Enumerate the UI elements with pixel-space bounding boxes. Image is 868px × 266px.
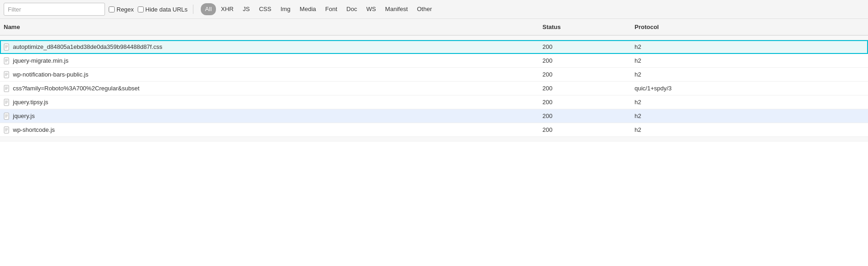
- filter-btn-other[interactable]: Other: [413, 3, 437, 15]
- status-cell: 200: [539, 124, 631, 135]
- regex-checkbox[interactable]: [109, 6, 115, 12]
- table-row-partial-bottom: [0, 137, 868, 142]
- filter-btn-all[interactable]: All: [201, 3, 216, 15]
- table-row[interactable]: autoptimize_d84805a1ebd38de0da359b984488…: [0, 40, 868, 54]
- file-name: wp-shortcode.js: [13, 126, 55, 133]
- regex-label[interactable]: Regex: [117, 6, 134, 13]
- file-icon: [4, 126, 10, 134]
- filter-btn-img[interactable]: Img: [276, 3, 295, 15]
- status-cell: 200: [539, 69, 631, 80]
- file-icon: [4, 99, 10, 106]
- header-name[interactable]: Name: [0, 22, 539, 32]
- filter-btn-manifest[interactable]: Manifest: [381, 3, 412, 15]
- filter-type-buttons: AllXHRJSCSSImgMediaFontDocWSManifestOthe…: [201, 3, 436, 15]
- protocol-cell: h2: [631, 55, 868, 66]
- hide-data-urls-label[interactable]: Hide data URLs: [146, 6, 188, 13]
- filter-btn-font[interactable]: Font: [321, 3, 341, 15]
- filter-btn-media[interactable]: Media: [296, 3, 320, 15]
- table-row[interactable]: jquery.tipsy.js 200 h2: [0, 95, 868, 109]
- name-cell: jquery-migrate.min.js: [0, 55, 539, 66]
- table-row[interactable]: wp-shortcode.js 200 h2: [0, 123, 868, 137]
- file-name: jquery.js: [13, 112, 35, 119]
- name-cell: jquery.js: [0, 111, 539, 122]
- file-icon: [4, 43, 10, 51]
- status-cell: 200: [539, 83, 631, 94]
- file-name: css?family=Roboto%3A700%2Cregular&subset: [13, 85, 140, 92]
- protocol-cell: h2: [631, 97, 868, 107]
- status-cell: 200: [539, 41, 631, 52]
- status-cell: 200: [539, 111, 631, 121]
- header-protocol[interactable]: Protocol: [631, 22, 868, 32]
- table-body: autoptimize_d84805a1ebd38de0da359b984488…: [0, 35, 868, 142]
- protocol-cell: h2: [631, 111, 868, 121]
- file-icon: [4, 85, 10, 92]
- filter-btn-css[interactable]: CSS: [255, 3, 275, 15]
- protocol-cell: h2: [631, 124, 868, 135]
- table-row[interactable]: css?family=Roboto%3A700%2Cregular&subset…: [0, 82, 868, 95]
- name-cell: wp-notification-bars-public.js: [0, 69, 539, 80]
- file-name: wp-notification-bars-public.js: [13, 71, 88, 78]
- hide-data-urls-checkbox-group: Hide data URLs: [138, 6, 188, 13]
- toolbar-divider: [193, 5, 193, 14]
- network-toolbar: Regex Hide data URLs AllXHRJSCSSImgMedia…: [0, 0, 868, 19]
- file-icon: [4, 57, 10, 65]
- name-cell: autoptimize_d84805a1ebd38de0da359b984488…: [0, 41, 539, 53]
- file-name: autoptimize_d84805a1ebd38de0da359b984488…: [13, 43, 163, 50]
- regex-checkbox-group: Regex: [109, 6, 134, 13]
- filter-btn-ws[interactable]: WS: [362, 3, 380, 15]
- filter-btn-doc[interactable]: Doc: [342, 3, 361, 15]
- filter-input[interactable]: [4, 3, 105, 16]
- status-cell: 200: [539, 55, 631, 66]
- table-row-partial-top: [0, 35, 868, 40]
- protocol-cell: quic/1+spdy/3: [631, 83, 868, 94]
- table-row[interactable]: wp-notification-bars-public.js 200 h2: [0, 68, 868, 82]
- table-row[interactable]: jquery-migrate.min.js 200 h2: [0, 54, 868, 68]
- name-cell: wp-shortcode.js: [0, 124, 539, 136]
- hide-data-urls-checkbox[interactable]: [138, 6, 144, 12]
- protocol-cell: h2: [631, 69, 868, 80]
- filter-btn-xhr[interactable]: XHR: [217, 3, 238, 15]
- protocol-cell: h2: [631, 41, 868, 52]
- file-name: jquery.tipsy.js: [13, 99, 48, 106]
- name-cell: jquery.tipsy.js: [0, 97, 539, 108]
- filter-btn-js[interactable]: JS: [239, 3, 254, 15]
- file-name: jquery-migrate.min.js: [13, 57, 69, 64]
- header-status[interactable]: Status: [539, 22, 631, 32]
- status-cell: 200: [539, 97, 631, 107]
- file-icon: [4, 112, 10, 120]
- file-icon: [4, 71, 10, 78]
- name-cell: css?family=Roboto%3A700%2Cregular&subset: [0, 83, 539, 94]
- table-row[interactable]: jquery.js 200 h2: [0, 109, 868, 123]
- table-header: Name Status Protocol: [0, 19, 868, 35]
- network-table: Name Status Protocol autoptimize_d84805a…: [0, 19, 868, 142]
